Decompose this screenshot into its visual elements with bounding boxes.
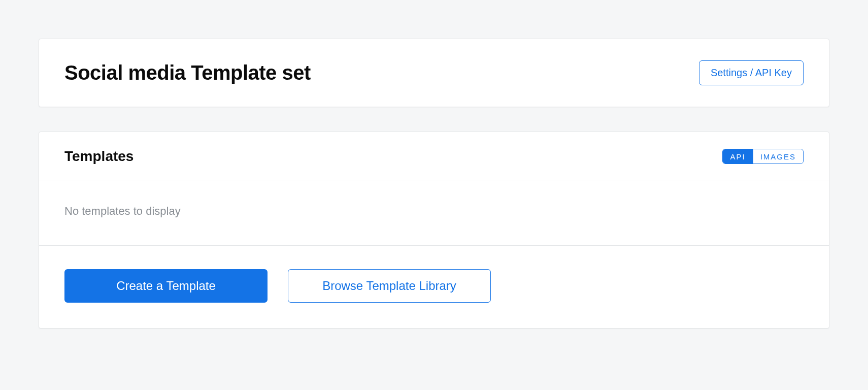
page-container: Social media Template set Settings / API…	[0, 0, 868, 329]
templates-empty-row: No templates to display	[39, 180, 829, 246]
templates-section-title: Templates	[64, 148, 133, 165]
toggle-images-button[interactable]: IMAGES	[753, 149, 803, 164]
toggle-api-button[interactable]: API	[723, 149, 753, 164]
browse-template-library-button[interactable]: Browse Template Library	[288, 269, 491, 303]
templates-header: Templates API IMAGES	[39, 132, 829, 180]
create-template-button[interactable]: Create a Template	[64, 269, 268, 303]
templates-card: Templates API IMAGES No templates to dis…	[39, 132, 829, 329]
header-card: Social media Template set Settings / API…	[39, 39, 829, 107]
templates-actions-row: Create a Template Browse Template Librar…	[39, 246, 829, 328]
templates-empty-message: No templates to display	[64, 205, 804, 218]
page-title: Social media Template set	[64, 61, 311, 84]
settings-api-key-button[interactable]: Settings / API Key	[699, 60, 804, 85]
view-toggle-group: API IMAGES	[722, 149, 804, 164]
